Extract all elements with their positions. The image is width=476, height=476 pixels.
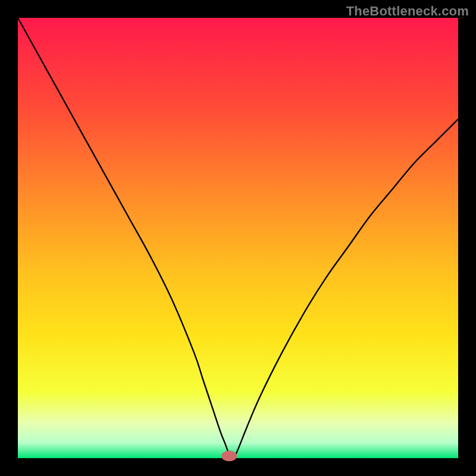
optimal-point-marker — [221, 450, 237, 461]
outer-frame: TheBottleneck.com — [0, 0, 476, 476]
bottleneck-chart — [0, 0, 476, 476]
plot-background — [18, 18, 458, 458]
watermark-text: TheBottleneck.com — [346, 4, 469, 19]
